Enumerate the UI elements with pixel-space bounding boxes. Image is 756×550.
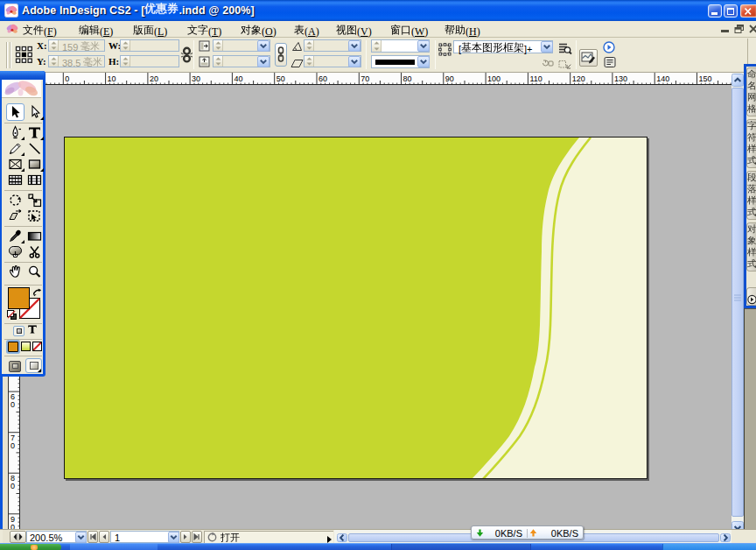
svg-text:0: 0 [10, 523, 15, 529]
svg-text:0: 0 [10, 482, 15, 490]
svg-text:140: 140 [656, 74, 669, 83]
svg-text:20: 20 [149, 74, 158, 83]
svg-text:150: 150 [698, 74, 711, 83]
svg-text:0: 0 [10, 400, 15, 409]
svg-text:120: 120 [571, 74, 584, 83]
svg-text:90: 90 [444, 74, 453, 83]
svg-text:30: 30 [192, 74, 200, 83]
svg-text:10: 10 [107, 74, 116, 83]
svg-text:40: 40 [234, 74, 242, 83]
svg-text:0: 0 [65, 74, 69, 83]
svg-text:130: 130 [613, 74, 626, 83]
svg-text:60: 60 [318, 74, 327, 83]
svg-text:70: 70 [360, 74, 369, 83]
svg-text:50: 50 [276, 74, 284, 83]
svg-text:110: 110 [529, 74, 542, 83]
svg-text:0: 0 [10, 441, 15, 450]
svg-text:100: 100 [487, 74, 500, 83]
svg-text:80: 80 [402, 74, 411, 83]
